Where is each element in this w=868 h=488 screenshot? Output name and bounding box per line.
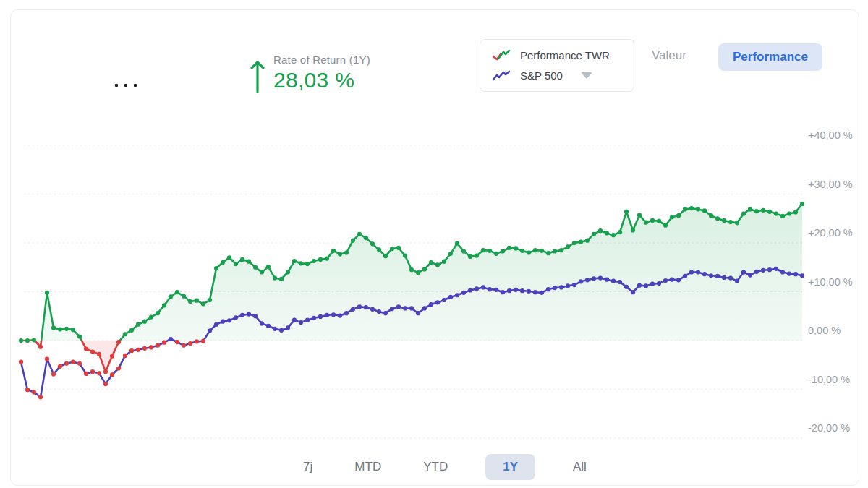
y-tick-label: -20,00 % [808,422,868,434]
performance-card: +40,00 %+30,00 %+20,00 %+10,00 %0,00 %-1… [10,9,859,486]
kpi-label: Rate of Return (1Y) [273,53,370,66]
kpi-block: Rate of Return (1Y) 28,03 % [250,53,370,94]
ellipsis-dot [124,84,127,87]
range-button-7j[interactable]: 7j [299,454,317,480]
twr-area-positive [21,204,802,372]
overflow-menu-ellipsis[interactable] [115,84,137,87]
y-tick-label: +40,00 % [808,129,868,141]
legend-label: S&P 500 [520,69,563,82]
y-tick-label: +20,00 % [808,227,868,239]
toggle-valeur[interactable]: Valeur [652,48,686,63]
y-tick-label: 0,00 % [808,325,868,336]
range-button-all[interactable]: All [569,454,591,480]
up-arrow-icon [250,53,265,94]
range-button-1y[interactable]: 1Y [485,454,535,480]
toggle-performance[interactable]: Performance [718,43,822,71]
legend-item-performance-twr[interactable]: Performance TWR [492,49,622,61]
range-button-mtd[interactable]: MTD [350,454,386,480]
kpi-value: 28,03 % [273,68,370,93]
ellipsis-dot [134,84,137,87]
legend-label: Performance TWR [520,49,610,61]
twr-squiggle-icon [492,50,511,61]
ellipsis-dot [115,84,118,87]
sp500-squiggle-icon [492,70,511,82]
performance-chart[interactable] [11,10,868,488]
chevron-down-icon[interactable] [581,72,592,79]
legend-item-sp500[interactable]: S&P 500 [492,69,622,82]
y-tick-label: +30,00 % [808,179,868,190]
y-tick-label: -10,00 % [808,374,868,385]
range-button-ytd[interactable]: YTD [419,454,452,480]
chart-legend: Performance TWRS&P 500 [480,39,634,92]
time-range-selector: 7jMTDYTD1YAll [11,454,868,480]
y-tick-label: +10,00 % [808,276,868,288]
